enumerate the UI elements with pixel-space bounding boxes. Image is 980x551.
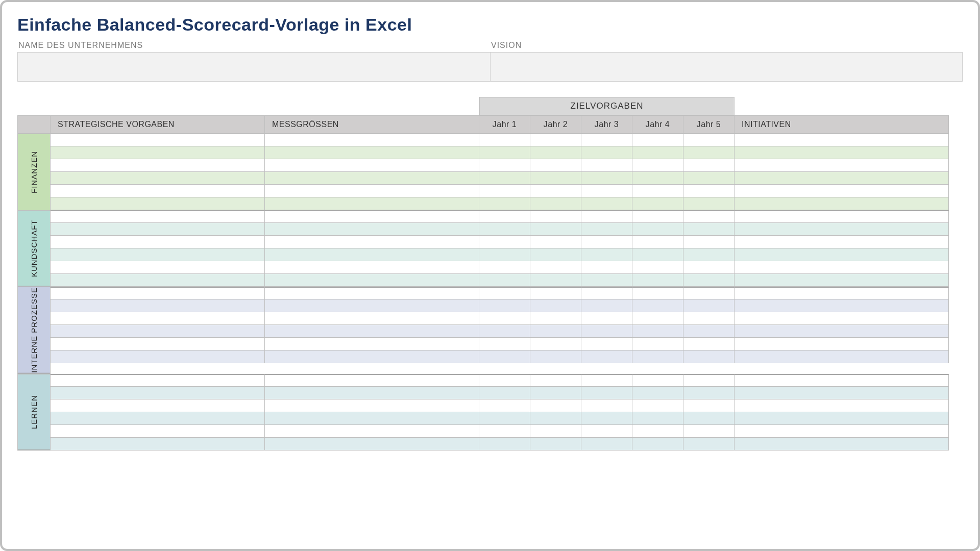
cell-input-initiatives[interactable] [738,236,945,247]
cell-input-y1[interactable] [482,223,527,235]
cell-input-strategic[interactable] [54,313,261,324]
cell-input-y5[interactable] [687,425,731,437]
cell-input-strategic[interactable] [54,400,261,411]
cell-input-strategic[interactable] [54,300,261,311]
cell-input-y5[interactable] [687,438,731,449]
cell-input-y1[interactable] [482,249,527,260]
cell-input-y2[interactable] [533,135,578,145]
cell-input-y2[interactable] [533,274,578,286]
cell-input-y2[interactable] [533,198,578,209]
cell-input-y4[interactable] [635,313,680,324]
cell-input-measures[interactable] [268,185,476,196]
cell-input-strategic[interactable] [54,223,261,235]
cell-input-y4[interactable] [635,160,680,171]
cell-input-y2[interactable] [533,425,578,437]
cell-input-y4[interactable] [635,288,680,298]
cell-input-y3[interactable] [584,212,629,222]
cell-input-measures[interactable] [268,212,476,222]
cell-input-y2[interactable] [533,288,578,298]
cell-input-y3[interactable] [584,425,629,437]
cell-input-y1[interactable] [482,288,527,298]
cell-input-y4[interactable] [635,325,680,337]
cell-input-measures[interactable] [268,172,476,184]
cell-input-initiatives[interactable] [738,223,945,235]
cell-input-y5[interactable] [687,338,731,349]
cell-input-y3[interactable] [584,387,629,398]
vision-input[interactable] [490,52,963,82]
cell-input-strategic[interactable] [54,262,261,273]
cell-input-y3[interactable] [584,300,629,311]
cell-input-measures[interactable] [268,351,476,362]
cell-input-y3[interactable] [584,172,629,184]
cell-input-y1[interactable] [482,185,527,196]
cell-input-y1[interactable] [482,172,527,184]
cell-input-y1[interactable] [482,160,527,171]
cell-input-y3[interactable] [584,223,629,235]
cell-input-y3[interactable] [584,325,629,337]
cell-input-strategic[interactable] [54,375,261,386]
cell-input-y2[interactable] [533,325,578,337]
cell-input-y3[interactable] [584,262,629,273]
cell-input-y1[interactable] [482,135,527,145]
cell-input-y2[interactable] [533,160,578,171]
cell-input-measures[interactable] [268,262,476,273]
cell-input-measures[interactable] [268,223,476,235]
cell-input-y3[interactable] [584,413,629,424]
cell-input-y4[interactable] [635,198,680,209]
cell-input-y4[interactable] [635,236,680,247]
cell-input-y2[interactable] [533,375,578,386]
cell-input-y2[interactable] [533,172,578,184]
cell-input-y2[interactable] [533,300,578,311]
cell-input-y3[interactable] [584,236,629,247]
cell-input-strategic[interactable] [54,185,261,196]
cell-input-initiatives[interactable] [738,212,945,222]
cell-input-y1[interactable] [482,274,527,286]
cell-input-y2[interactable] [533,212,578,222]
cell-input-strategic[interactable] [54,338,261,349]
cell-input-y3[interactable] [584,147,629,158]
cell-input-y4[interactable] [635,338,680,349]
cell-input-y5[interactable] [687,387,731,398]
cell-input-measures[interactable] [268,236,476,247]
cell-input-y4[interactable] [635,274,680,286]
cell-input-y2[interactable] [533,413,578,424]
cell-input-y5[interactable] [687,274,731,286]
cell-input-y1[interactable] [482,212,527,222]
cell-input-y3[interactable] [584,438,629,449]
cell-input-strategic[interactable] [54,212,261,222]
cell-input-y4[interactable] [635,375,680,386]
cell-input-y2[interactable] [533,236,578,247]
cell-input-y1[interactable] [482,400,527,411]
cell-input-y4[interactable] [635,438,680,449]
cell-input-y2[interactable] [533,387,578,398]
cell-input-y1[interactable] [482,147,527,158]
cell-input-y5[interactable] [687,262,731,273]
cell-input-strategic[interactable] [54,351,261,362]
cell-input-strategic[interactable] [54,160,261,171]
cell-input-measures[interactable] [268,338,476,349]
cell-input-y2[interactable] [533,438,578,449]
cell-input-y1[interactable] [482,375,527,386]
cell-input-initiatives[interactable] [738,160,945,171]
cell-input-y4[interactable] [635,400,680,411]
cell-input-strategic[interactable] [54,325,261,337]
cell-input-measures[interactable] [268,375,476,386]
cell-input-initiatives[interactable] [738,375,945,386]
cell-input-initiatives[interactable] [738,135,945,145]
cell-input-strategic[interactable] [54,274,261,286]
cell-input-y3[interactable] [584,313,629,324]
cell-input-initiatives[interactable] [738,172,945,184]
cell-input-y4[interactable] [635,425,680,437]
cell-input-y4[interactable] [635,135,680,145]
cell-input-y1[interactable] [482,351,527,362]
cell-input-initiatives[interactable] [738,400,945,411]
cell-input-strategic[interactable] [54,413,261,424]
cell-input-y3[interactable] [584,338,629,349]
cell-input-y3[interactable] [584,249,629,260]
cell-input-measures[interactable] [268,147,476,158]
cell-input-y1[interactable] [482,413,527,424]
company-input[interactable] [17,52,490,82]
cell-input-y5[interactable] [687,288,731,298]
cell-input-measures[interactable] [268,288,476,298]
cell-input-y4[interactable] [635,413,680,424]
